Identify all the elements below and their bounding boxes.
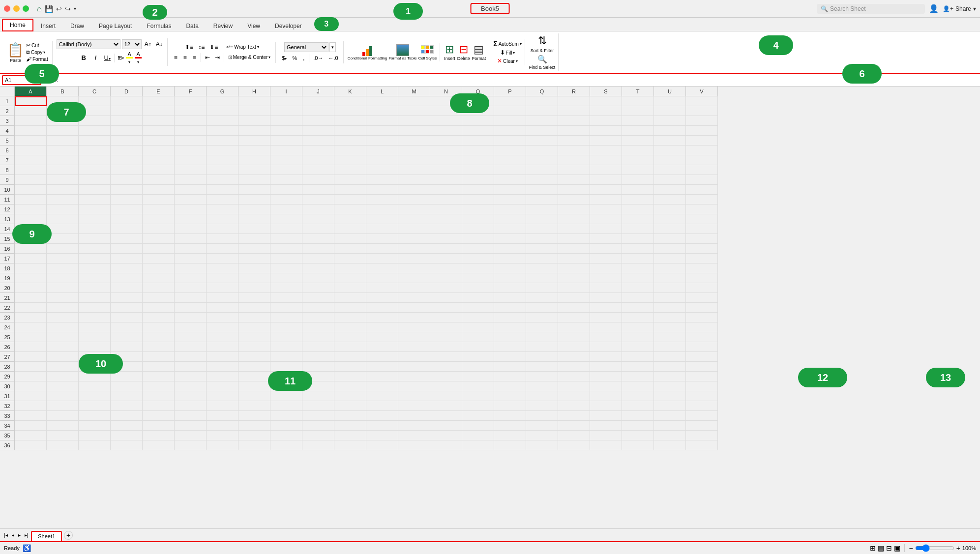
cell-S1[interactable] — [590, 96, 622, 106]
cell-K17[interactable] — [334, 254, 366, 263]
cell-C25[interactable] — [79, 332, 111, 342]
cell-N7[interactable] — [430, 155, 462, 165]
cell-D6[interactable] — [111, 146, 143, 155]
sheet-nav-last[interactable]: ▸| — [23, 531, 30, 539]
cell-T36[interactable] — [622, 440, 654, 450]
cell-R1[interactable] — [558, 96, 590, 106]
dropdown-quick-btn[interactable]: ▾ — [74, 6, 76, 11]
cell-U6[interactable] — [654, 146, 686, 155]
cell-E8[interactable] — [143, 165, 175, 175]
page-break-view-btn[interactable]: ⊟ — [886, 544, 892, 552]
cell-D2[interactable] — [111, 106, 143, 116]
cell-F9[interactable] — [175, 175, 207, 185]
cell-O25[interactable] — [462, 332, 494, 342]
cell-J16[interactable] — [302, 244, 334, 254]
cell-P8[interactable] — [494, 165, 526, 175]
cell-B24[interactable] — [47, 322, 79, 332]
col-header-J[interactable]: J — [302, 87, 334, 96]
cell-Q5[interactable] — [526, 136, 558, 146]
cell-C2[interactable] — [79, 106, 111, 116]
cell-S3[interactable] — [590, 116, 622, 126]
cell-R30[interactable] — [558, 381, 590, 391]
cell-V3[interactable] — [686, 116, 718, 126]
cell-M33[interactable] — [398, 411, 430, 421]
cell-O3[interactable] — [462, 116, 494, 126]
cell-Q2[interactable] — [526, 106, 558, 116]
cell-P16[interactable] — [494, 244, 526, 254]
cell-S8[interactable] — [590, 165, 622, 175]
row-header-15[interactable]: 15 — [0, 234, 15, 244]
italic-btn[interactable]: I — [90, 53, 101, 63]
cell-H26[interactable] — [238, 342, 270, 352]
cell-B26[interactable] — [47, 342, 79, 352]
cell-O22[interactable] — [462, 303, 494, 313]
align-center-btn[interactable]: ≡ — [181, 53, 189, 62]
cell-F27[interactable] — [175, 352, 207, 362]
cell-F26[interactable] — [175, 342, 207, 352]
cell-T14[interactable] — [622, 224, 654, 234]
close-button[interactable] — [4, 5, 10, 12]
cell-O20[interactable] — [462, 283, 494, 293]
cell-I22[interactable] — [270, 303, 302, 313]
col-header-U[interactable]: U — [654, 87, 686, 96]
cell-V1[interactable] — [686, 96, 718, 106]
cell-D26[interactable] — [111, 342, 143, 352]
cell-B35[interactable] — [47, 431, 79, 440]
cell-K15[interactable] — [334, 234, 366, 244]
cell-V28[interactable] — [686, 362, 718, 372]
cell-T30[interactable] — [622, 381, 654, 391]
col-header-H[interactable]: H — [238, 87, 270, 96]
cell-K28[interactable] — [334, 362, 366, 372]
insert-cells-btn[interactable]: ⊞ Insert — [444, 43, 455, 61]
cell-P33[interactable] — [494, 411, 526, 421]
cell-N23[interactable] — [430, 313, 462, 322]
cell-R16[interactable] — [558, 244, 590, 254]
cell-I20[interactable] — [270, 283, 302, 293]
cell-E5[interactable] — [143, 136, 175, 146]
cell-V26[interactable] — [686, 342, 718, 352]
cell-I10[interactable] — [270, 185, 302, 195]
cell-S15[interactable] — [590, 234, 622, 244]
cell-L18[interactable] — [366, 263, 398, 273]
cell-N20[interactable] — [430, 283, 462, 293]
cell-N32[interactable] — [430, 401, 462, 411]
cell-T4[interactable] — [622, 126, 654, 136]
cell-D5[interactable] — [111, 136, 143, 146]
cell-R23[interactable] — [558, 313, 590, 322]
cell-I34[interactable] — [270, 421, 302, 431]
cell-S28[interactable] — [590, 362, 622, 372]
cell-M20[interactable] — [398, 283, 430, 293]
cell-K12[interactable] — [334, 204, 366, 214]
cell-L34[interactable] — [366, 421, 398, 431]
cell-Q4[interactable] — [526, 126, 558, 136]
cell-L23[interactable] — [366, 313, 398, 322]
cell-I12[interactable] — [270, 204, 302, 214]
cell-A7[interactable] — [15, 155, 47, 165]
cell-R19[interactable] — [558, 273, 590, 283]
row-header-11[interactable]: 11 — [0, 195, 15, 204]
cell-I7[interactable] — [270, 155, 302, 165]
cell-I8[interactable] — [270, 165, 302, 175]
cell-T7[interactable] — [622, 155, 654, 165]
row-header-17[interactable]: 17 — [0, 254, 15, 263]
cell-N8[interactable] — [430, 165, 462, 175]
cell-E26[interactable] — [143, 342, 175, 352]
cell-D27[interactable] — [111, 352, 143, 362]
cell-V21[interactable] — [686, 293, 718, 303]
cell-B21[interactable] — [47, 293, 79, 303]
cell-R8[interactable] — [558, 165, 590, 175]
cell-J15[interactable] — [302, 234, 334, 244]
cell-K4[interactable] — [334, 126, 366, 136]
cell-G15[interactable] — [207, 234, 238, 244]
cell-S22[interactable] — [590, 303, 622, 313]
cell-I16[interactable] — [270, 244, 302, 254]
cell-K9[interactable] — [334, 175, 366, 185]
cell-T5[interactable] — [622, 136, 654, 146]
cell-L5[interactable] — [366, 136, 398, 146]
row-header-29[interactable]: 29 — [0, 372, 15, 381]
cell-D30[interactable] — [111, 381, 143, 391]
cell-O5[interactable] — [462, 136, 494, 146]
cell-F24[interactable] — [175, 322, 207, 332]
cell-S25[interactable] — [590, 332, 622, 342]
cell-U28[interactable] — [654, 362, 686, 372]
